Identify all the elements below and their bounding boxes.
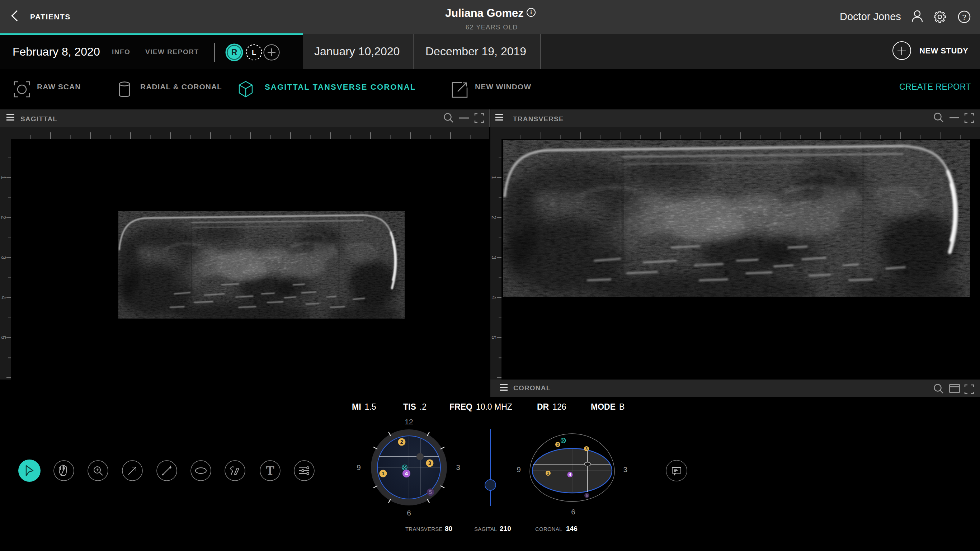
svg-text:T: T [266, 463, 274, 478]
svg-text:3: 3 [456, 463, 460, 471]
svg-text:5: 5 [586, 493, 588, 498]
svg-text:3: 3 [428, 460, 431, 466]
svg-text:L: L [252, 48, 256, 56]
svg-text:3: 3 [623, 465, 627, 473]
svg-text:2: 2 [400, 439, 403, 445]
svg-text:4: 4 [569, 473, 571, 477]
svg-text:6: 6 [571, 508, 575, 516]
svg-text:?: ? [962, 13, 966, 21]
svg-text:9: 9 [356, 463, 361, 471]
svg-text:1: 1 [547, 471, 549, 475]
svg-text:R: R [231, 48, 237, 57]
svg-text:4: 4 [405, 470, 408, 476]
svg-text:5: 5 [429, 489, 432, 495]
svg-text:6: 6 [407, 509, 411, 517]
svg-text:12: 12 [405, 417, 413, 426]
svg-text:2: 2 [557, 442, 559, 447]
svg-text:1: 1 [382, 470, 385, 476]
svg-text:9: 9 [517, 465, 521, 473]
svg-text:3: 3 [585, 447, 587, 451]
